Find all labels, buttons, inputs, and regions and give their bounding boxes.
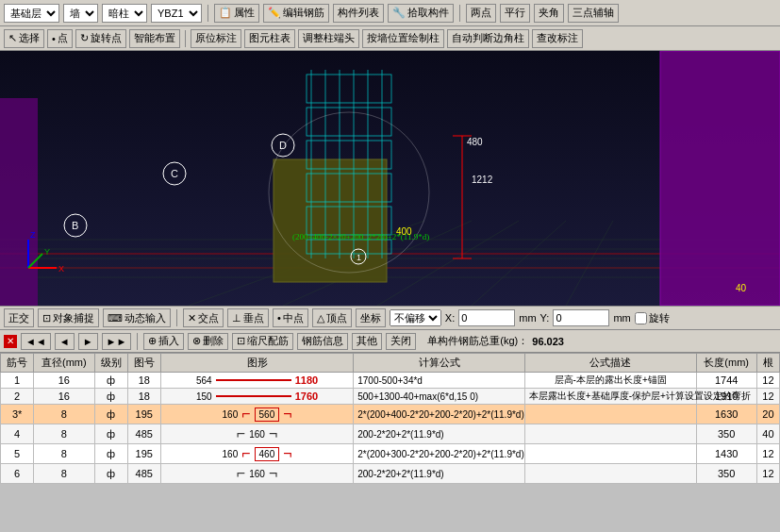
- svg-text:C: C: [171, 168, 178, 179]
- cell-shape[interactable]: ⌐ 160 ¬: [160, 464, 353, 484]
- y-label: Y:: [540, 312, 550, 324]
- table-row[interactable]: 6 8 ф 485 ⌐ 160 ¬ 200-2*20+2*(11.9*d) 35…: [1, 464, 780, 484]
- mid-icon: •: [277, 312, 281, 324]
- col-name: 筋号: [1, 354, 34, 373]
- member-list-btn[interactable]: 构件列表: [333, 4, 384, 23]
- cell-figno: 18: [127, 373, 160, 389]
- mm-label2: mm: [613, 312, 630, 324]
- layer-select[interactable]: 基础层: [4, 4, 59, 23]
- ybz1-select[interactable]: YBZ1: [151, 4, 202, 23]
- coord-btn[interactable]: 坐标: [356, 308, 386, 327]
- point-btn[interactable]: • 点: [47, 29, 73, 48]
- cell-figno: 195: [127, 405, 160, 424]
- table-row[interactable]: 3* 8 ф 195 160 ⌐ 560 ¬ 2*(200+400-2*20+2…: [1, 405, 780, 424]
- cell-length: 1744: [696, 373, 756, 389]
- pickup-icon: 🔧: [392, 7, 406, 19]
- adjust-end-btn[interactable]: 调整柱端头: [298, 29, 359, 48]
- dynamic-btn[interactable]: ⌨ 动态输入: [103, 308, 171, 327]
- toolbar-2: ↖ 选择 • 点 ↻ 旋转点 智能布置 原位标注 图元柱表 调整柱端头 按墙位置…: [0, 26, 780, 51]
- cell-shape[interactable]: 160 ⌐ 460 ¬: [160, 444, 353, 464]
- cell-id: 6: [1, 464, 34, 484]
- nav-prev-btn[interactable]: ◄: [55, 333, 75, 350]
- vertical-icon: ⊥: [232, 312, 241, 324]
- parallel-btn[interactable]: 平行: [500, 4, 530, 23]
- smart-layout-btn[interactable]: 智能布置: [129, 29, 180, 48]
- origin-mark-btn[interactable]: 原位标注: [191, 29, 241, 48]
- mm-label1: mm: [519, 312, 536, 324]
- cell-shape[interactable]: 150 1760: [160, 389, 353, 405]
- cell-grade: ф: [94, 373, 127, 389]
- delete-btn[interactable]: ⊗ 删除: [188, 333, 228, 350]
- panel-toolbar: ✕ ◄◄ ◄ ► ►► ⊕ 插入 ⊗ 删除 ⊡ 缩尺配筋 钢筋信息 其他 关闭 …: [0, 330, 780, 353]
- cell-figno: 485: [127, 464, 160, 484]
- wall-select[interactable]: 墙: [63, 4, 98, 23]
- mid-btn[interactable]: • 中点: [273, 308, 308, 327]
- table-row[interactable]: 5 8 ф 195 160 ⌐ 460 ¬ 2*(200+300-2*20+20…: [1, 444, 780, 464]
- viewport-3d[interactable]: (200+400-2×20+200_2*20)+2*(11.9*d) 480 1…: [0, 51, 780, 306]
- two-point-btn[interactable]: 两点: [466, 4, 496, 23]
- x-input[interactable]: [458, 309, 515, 326]
- nav-first-btn[interactable]: ◄◄: [21, 333, 51, 350]
- ortho-btn[interactable]: 正交: [4, 308, 34, 327]
- three-aux-btn[interactable]: 三点辅轴: [568, 4, 619, 23]
- top-btn[interactable]: △ 顶点: [312, 308, 352, 327]
- cell-desc: [524, 424, 696, 444]
- circle-col-btn[interactable]: 图元柱表: [244, 29, 295, 48]
- select-icon: ↖: [8, 32, 17, 44]
- draw-by-pos-btn[interactable]: 按墙位置绘制柱: [362, 29, 444, 48]
- close-panel-btn[interactable]: 关闭: [386, 333, 416, 350]
- svg-rect-16: [0, 98, 38, 306]
- cell-grade: ф: [94, 405, 127, 424]
- cell-desc: 本层露出长度+基础厚度-保护层+计算设置设定的弯折: [524, 389, 696, 405]
- insert-btn[interactable]: ⊕ 插入: [143, 333, 184, 350]
- cell-shape[interactable]: 160 ⌐ 560 ¬: [160, 405, 353, 424]
- dark-col-select[interactable]: 暗柱: [102, 4, 147, 23]
- cell-length: 1430: [696, 444, 756, 464]
- table-row[interactable]: 2 16 ф 18 150 1760 500+1300-40+max(6*d,1…: [1, 389, 780, 405]
- check-mark-btn[interactable]: 查改标注: [532, 29, 583, 48]
- sep4: [176, 309, 177, 326]
- x-label: X:: [445, 312, 455, 324]
- svg-text:1212: 1212: [472, 175, 493, 185]
- col-diameter: 直径(mm): [34, 354, 94, 373]
- col-shape: 图形: [160, 354, 353, 373]
- rotate-checkbox[interactable]: [635, 312, 647, 324]
- col-formula: 计算公式: [354, 354, 525, 373]
- auto-corner-btn[interactable]: 自动判断边角柱: [447, 29, 529, 48]
- attr-btn[interactable]: 📋 属性: [214, 4, 259, 23]
- cell-formula: 500+1300-40+max(6*d,15 0): [354, 389, 525, 405]
- cell-diameter: 16: [34, 373, 94, 389]
- cell-shape[interactable]: ⌐ 160 ¬: [160, 424, 353, 444]
- svg-text:Z: Z: [30, 230, 36, 240]
- nav-next-btn[interactable]: ►: [78, 333, 98, 350]
- scale-btn[interactable]: ⊡ 缩尺配筋: [232, 333, 293, 350]
- snap-btn[interactable]: ⊡ 对象捕捉: [38, 308, 99, 327]
- table-row[interactable]: 4 8 ф 485 ⌐ 160 ¬ 200-2*20+2*(11.9*d) 35…: [1, 424, 780, 444]
- cell-formula: 2*(200+300-2*20+200-2*20)+2*(11.9*d): [354, 444, 525, 464]
- table-row[interactable]: 1 16 ф 18 564 1180 1700-500+34*d 层高-本层的露…: [1, 373, 780, 389]
- cell-id: 4: [1, 424, 34, 444]
- select-btn[interactable]: ↖ 选择: [4, 29, 44, 48]
- rotate-icon: ↻: [80, 32, 89, 44]
- y-input[interactable]: [553, 309, 609, 326]
- other-btn[interactable]: 其他: [352, 333, 382, 350]
- rotate-btn[interactable]: ↻ 旋转点: [75, 29, 126, 48]
- table-header-row: 筋号 直径(mm) 级别 图号 图形 计算公式 公式描述 长度(mm) 根: [1, 354, 780, 373]
- vertical-btn[interactable]: ⊥ 垂点: [227, 308, 269, 327]
- cell-count: 12: [756, 444, 779, 464]
- cell-shape[interactable]: 564 1180: [160, 373, 353, 389]
- edit-rebar-btn[interactable]: ✏️ 编辑钢筋: [263, 4, 329, 23]
- rebar-table: 筋号 直径(mm) 级别 图号 图形 计算公式 公式描述 长度(mm) 根 1 …: [0, 353, 780, 484]
- rebar-info-btn[interactable]: 钢筋信息: [297, 333, 348, 350]
- weight-value: 96.023: [532, 336, 564, 347]
- svg-text:X: X: [58, 264, 64, 274]
- nav-last-btn[interactable]: ►►: [102, 333, 132, 350]
- cell-diameter: 8: [34, 424, 94, 444]
- no-offset-select[interactable]: 不偏移: [390, 309, 441, 326]
- close-x-btn[interactable]: ✕: [4, 335, 17, 348]
- cell-id: 2: [1, 389, 34, 405]
- cross-btn[interactable]: ✕ 交点: [183, 308, 224, 327]
- cell-formula: 2*(200+400-2*20+200-2*20)+2*(11.9*d): [354, 405, 525, 424]
- corner-btn[interactable]: 夹角: [534, 4, 564, 23]
- pickup-btn[interactable]: 🔧 拾取构件: [388, 4, 454, 23]
